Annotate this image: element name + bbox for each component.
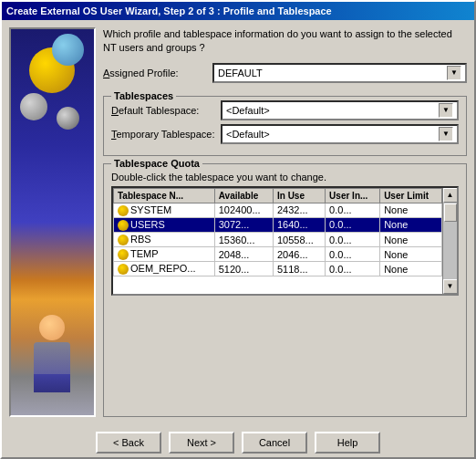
title-text: Create External OS User Wizard, Step 2 o… [6, 5, 332, 16]
figure-person [25, 315, 79, 388]
cell-available: 102400... [214, 203, 273, 217]
cell-tablespace-name: SYSTEM [114, 203, 215, 217]
assigned-profile-label-text: Assigned Profile: [103, 68, 179, 78]
col-header-userlimit: User Limit [380, 188, 442, 203]
help-button[interactable]: Help [315, 432, 380, 454]
scroll-up-button[interactable]: ▲ [443, 188, 458, 203]
default-tablespace-label: Default Tablespace: [111, 105, 221, 116]
scroll-track [443, 203, 458, 279]
quota-table-content: Tablespace N... Available In Use User In… [113, 188, 442, 294]
assigned-profile-row: Assigned Profile: DEFAULT ▼ [103, 63, 467, 83]
col-header-available: Available [214, 188, 273, 203]
scroll-down-button[interactable]: ▼ [443, 279, 458, 294]
figure-leg-right [54, 374, 67, 392]
cell-user-limit: None [380, 203, 442, 217]
decorative-art [11, 29, 94, 415]
assigned-profile-select[interactable]: DEFAULT ▼ [212, 63, 467, 83]
figure-leg-left [37, 374, 50, 392]
back-button[interactable]: < Back [96, 432, 161, 454]
deco-circle-gray1 [20, 93, 47, 120]
default-tablespace-select[interactable]: <Default> ▼ [221, 100, 459, 120]
default-tablespace-arrow[interactable]: ▼ [439, 103, 453, 118]
quota-group: Tablespace Quota Double-click the tables… [103, 163, 467, 417]
temporary-tablespace-value: <Default> [226, 129, 270, 140]
cell-tablespace-name: OEM_REPO... [114, 262, 215, 276]
cell-user-in: 0.0... [326, 262, 380, 276]
cell-available: 2048... [214, 247, 273, 262]
default-tablespace-row: Default Tablespace: <Default> ▼ [111, 100, 459, 120]
quota-group-label: Tablespace Quota [111, 158, 202, 169]
cell-available: 5120... [214, 262, 273, 276]
cell-tablespace-name: TEMP [114, 247, 215, 262]
table-row[interactable]: RBS15360...10558...0.0...None [114, 232, 442, 246]
figure-body [34, 342, 70, 374]
cell-in-use: 2046... [273, 247, 325, 262]
cell-tablespace-name: RBS [114, 232, 215, 246]
cell-in-use: 10558... [273, 232, 325, 246]
db-icon [118, 264, 129, 275]
tablespaces-group: Tablespaces Default Tablespace: <Default… [103, 96, 467, 156]
cell-available: 15360... [214, 232, 273, 246]
col-header-userin: User In... [326, 188, 380, 203]
cancel-button[interactable]: Cancel [242, 432, 307, 454]
tablespaces-group-label: Tablespaces [111, 90, 176, 101]
next-button[interactable]: Next > [169, 432, 234, 454]
vertical-scrollbar[interactable]: ▲ ▼ [442, 188, 457, 294]
quota-table-wrapper: Tablespace N... Available In Use User In… [111, 186, 459, 296]
table-row[interactable]: USERS3072...1640...0.0...None [114, 217, 442, 232]
help-label: Help [337, 437, 358, 448]
deco-circle-blue [52, 34, 84, 66]
db-icon [118, 220, 129, 231]
intro-text: Which profile and tablespace information… [103, 27, 467, 56]
table-row[interactable]: SYSTEM102400...2432...0.0...None [114, 203, 442, 217]
cell-user-in: 0.0... [326, 232, 380, 246]
db-icon [118, 235, 129, 245]
cell-in-use: 2432... [273, 203, 325, 217]
back-label: < Back [113, 437, 144, 448]
cell-user-limit: None [380, 247, 442, 262]
db-icon [118, 205, 129, 216]
assigned-profile-label: Assigned Profile: [103, 68, 212, 78]
scroll-thumb[interactable] [444, 203, 457, 222]
cell-in-use: 1640... [273, 217, 325, 232]
cell-user-in: 0.0... [326, 217, 380, 232]
table-row[interactable]: OEM_REPO...5120...5118...0.0...None [114, 262, 442, 276]
assigned-profile-arrow[interactable]: ▼ [447, 66, 461, 80]
cell-user-in: 0.0... [326, 203, 380, 217]
temporary-tablespace-row: Temporary Tablespace: <Default> ▼ [111, 124, 459, 144]
cell-available: 3072... [214, 217, 273, 232]
figure-legs [34, 374, 70, 392]
assigned-profile-value: DEFAULT [218, 68, 263, 78]
col-header-tablespace: Tablespace N... [114, 188, 215, 203]
cell-user-limit: None [380, 232, 442, 246]
quota-hint: Double-click the tablespace you want to … [111, 172, 459, 183]
cell-user-limit: None [380, 217, 442, 232]
table-row[interactable]: TEMP2048...2046...0.0...None [114, 247, 442, 262]
figure-head [39, 315, 65, 340]
right-panel: Which profile and tablespace information… [103, 27, 467, 417]
col-header-inuse: In Use [273, 188, 325, 203]
cancel-label: Cancel [259, 437, 290, 448]
table-header-row: Tablespace N... Available In Use User In… [114, 188, 442, 203]
next-label: Next > [187, 437, 216, 448]
default-tablespace-value: <Default> [226, 105, 270, 116]
cell-in-use: 5118... [273, 262, 325, 276]
button-bar: < Back Next > Cancel Help [2, 424, 474, 457]
temporary-tablespace-select[interactable]: <Default> ▼ [221, 124, 459, 144]
deco-circle-gray2 [57, 107, 79, 130]
left-panel [9, 27, 96, 417]
wizard-window: Create External OS User Wizard, Step 2 o… [0, 0, 476, 459]
temporary-tablespace-arrow[interactable]: ▼ [439, 127, 453, 141]
db-icon [118, 249, 129, 260]
temporary-tablespace-label: Temporary Tablespace: [111, 129, 221, 140]
cell-user-limit: None [380, 262, 442, 276]
quota-table: Tablespace N... Available In Use User In… [113, 188, 442, 276]
cell-user-in: 0.0... [326, 247, 380, 262]
title-bar: Create External OS User Wizard, Step 2 o… [2, 2, 474, 20]
cell-tablespace-name: USERS [114, 217, 215, 232]
